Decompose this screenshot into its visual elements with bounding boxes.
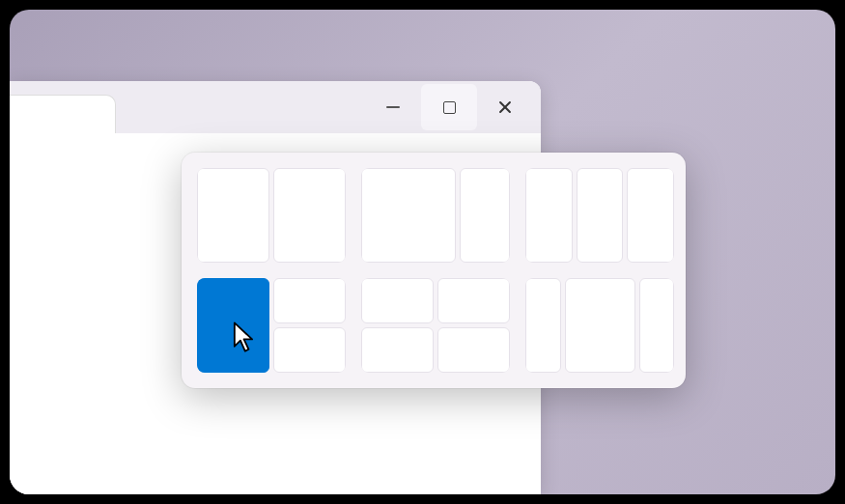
snap-zone[interactable] (197, 168, 269, 263)
maximize-icon (443, 101, 456, 114)
desktop-background (10, 10, 835, 494)
snap-zone[interactable] (361, 168, 456, 263)
close-button[interactable] (477, 84, 533, 130)
snap-zone[interactable] (273, 168, 346, 263)
snap-layout-left-half-right-stack[interactable] (197, 278, 346, 373)
snap-zone[interactable] (627, 168, 674, 263)
snap-layout-three-columns[interactable] (525, 168, 674, 263)
snap-zone[interactable] (361, 327, 434, 373)
maximize-button[interactable] (421, 84, 477, 130)
snap-zone[interactable] (525, 278, 561, 373)
snap-layout-split-50-50[interactable] (197, 168, 346, 263)
minimize-icon (386, 106, 400, 108)
snap-zone-selected[interactable] (197, 278, 269, 373)
snap-layout-four-quadrants[interactable] (361, 278, 510, 373)
snap-zone[interactable] (361, 278, 434, 323)
snap-zone[interactable] (273, 327, 346, 373)
snap-layout-narrow-wide-narrow[interactable] (525, 278, 674, 373)
snap-layouts-flyout (182, 153, 686, 388)
caption-controls (365, 81, 533, 133)
minimize-button[interactable] (365, 84, 421, 130)
close-icon (497, 99, 513, 115)
snap-layout-split-66-33[interactable] (361, 168, 510, 263)
snap-zone[interactable] (639, 278, 675, 373)
snap-zone[interactable] (565, 278, 635, 373)
browser-tab[interactable] (10, 95, 116, 133)
snap-zone[interactable] (525, 168, 573, 263)
snap-zone[interactable] (577, 168, 624, 263)
snap-zone[interactable] (437, 327, 510, 373)
snap-zone[interactable] (273, 278, 346, 323)
window-titlebar[interactable] (10, 81, 541, 133)
snap-zone[interactable] (460, 168, 510, 263)
snap-zone[interactable] (437, 278, 510, 323)
